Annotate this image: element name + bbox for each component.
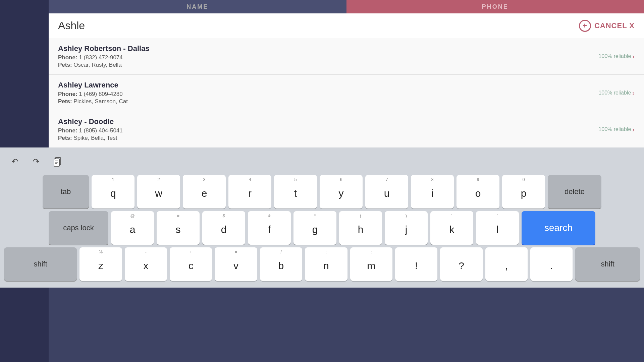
key-letter: . [550,260,553,272]
key-v[interactable]: =v [215,247,257,281]
keyboard-row-1: tab1q2w3e4r5t6y7u8i9o0pdelete [4,175,640,208]
key-j[interactable]: )j [385,211,428,245]
key-number: 5 [294,177,297,182]
undo-button[interactable]: ↶ [7,154,23,170]
header-name-col: NAME [49,0,346,13]
key-o[interactable]: 9o [457,175,499,208]
keyboard-toolbar: ↶ ↷ [0,151,644,173]
name-col-label: NAME [186,3,208,10]
key-y[interactable]: 6y [320,175,363,208]
shift-right-key[interactable]: shift [575,247,640,281]
key-?[interactable]: ? [440,247,482,281]
key-c[interactable]: +c [170,247,212,281]
key-k[interactable]: 'k [430,211,473,245]
tab-key[interactable]: tab [43,175,89,208]
key-letter: ? [459,260,464,272]
key-letter: t [294,188,297,199]
chevron-right-icon: › [632,53,635,60]
search-input[interactable]: Ashle [58,19,579,32]
result-reliability: 100% reliable › [598,89,635,97]
key-symbol: & [268,213,271,218]
key-symbol: $ [222,213,225,218]
cancel-label: CANCEL X [594,21,635,30]
search-key[interactable]: search [522,211,595,245]
key-number: 9 [477,177,479,182]
key-h[interactable]: (h [339,211,382,245]
result-phone: Phone: 1 (805) 404-5041 [58,127,598,134]
cancel-button[interactable]: + CANCEL X [579,20,635,32]
key-symbol: ( [360,213,361,218]
key-letter: u [384,188,390,199]
key-symbol: / [280,249,282,254]
key-number: 2 [157,177,160,182]
result-item[interactable]: Ashley - Doodle Phone: 1 (805) 404-5041 … [49,111,644,148]
result-reliability: 100% reliable › [598,126,635,133]
search-input-row: Ashle + CANCEL X [49,13,644,38]
caps-lock-key[interactable]: caps lock [49,211,108,245]
key-m[interactable]: :m [350,247,392,281]
key-i[interactable]: 8i [411,175,454,208]
result-name: Ashley Lawrence [58,81,598,89]
svg-rect-1 [54,159,59,166]
key-b[interactable]: /b [260,247,302,281]
header-phone-col: PHONE [346,0,644,13]
key-symbol: : [371,249,372,254]
key-number: 6 [340,177,342,182]
key-number: 7 [385,177,388,182]
key-number: 3 [203,177,205,182]
key-symbol: " [497,213,498,218]
key-z[interactable]: %z [79,247,122,281]
result-pets: Pets: Spike, Bella, Test [58,135,598,141]
key-number: 4 [249,177,251,182]
key-p[interactable]: 0p [502,175,545,208]
redo-button[interactable]: ↷ [28,154,44,170]
key-letter: n [323,260,329,272]
key-letter: v [233,260,238,272]
key-letter: y [339,188,344,199]
key-letter: d [221,224,227,235]
key-a[interactable]: @a [111,211,154,245]
result-phone: Phone: 1 (469) 809-4280 [58,91,598,98]
key-letter: f [268,224,271,235]
key-letter: z [98,260,103,272]
chevron-right-icon: › [632,89,635,97]
key-q[interactable]: 1q [92,175,135,208]
delete-key[interactable]: delete [548,175,601,208]
key-l[interactable]: "l [476,211,519,245]
key-n[interactable]: ;n [305,247,347,281]
result-info: Ashley Robertson - Dallas Phone: 1 (832)… [58,44,598,68]
key-symbol: + [190,249,192,254]
key-g[interactable]: *g [293,211,336,245]
result-info: Ashley - Doodle Phone: 1 (805) 404-5041 … [58,117,598,141]
key-number: 1 [112,177,114,182]
key-symbol: * [314,213,316,218]
key-![interactable]: ! [395,247,437,281]
key-letter: r [248,188,252,199]
key-.[interactable]: . [530,247,573,281]
key-,[interactable]: , [485,247,528,281]
key-d[interactable]: $d [202,211,245,245]
key-symbol: ' [451,213,452,218]
key-u[interactable]: 7u [365,175,408,208]
keyboard-row-3: shift%z-x+c=v/b;n:m!?,.shift [4,247,640,281]
result-info: Ashley Lawrence Phone: 1 (469) 809-4280 … [58,81,598,105]
key-letter: o [475,188,481,199]
key-f[interactable]: &f [248,211,291,245]
key-e[interactable]: 3e [183,175,226,208]
result-name: Ashley - Doodle [58,117,598,126]
result-item[interactable]: Ashley Robertson - Dallas Phone: 1 (832)… [49,38,644,75]
clipboard-button[interactable] [50,154,66,170]
result-item[interactable]: Ashley Lawrence Phone: 1 (469) 809-4280 … [49,75,644,111]
chevron-right-icon: › [632,126,635,133]
key-symbol: % [99,249,103,254]
key-number: 0 [522,177,525,182]
result-name: Ashley Robertson - Dallas [58,44,598,53]
key-x[interactable]: -x [125,247,167,281]
key-s[interactable]: #s [157,211,200,245]
key-r[interactable]: 4r [228,175,271,208]
shift-left-key[interactable]: shift [4,247,77,281]
key-w[interactable]: 2w [137,175,180,208]
keyboard-area: ↶ ↷ tab1q2w3e4r5t6y7u8i9o0pdelete caps l… [0,147,644,288]
key-letter: k [449,224,454,235]
key-t[interactable]: 5t [274,175,317,208]
